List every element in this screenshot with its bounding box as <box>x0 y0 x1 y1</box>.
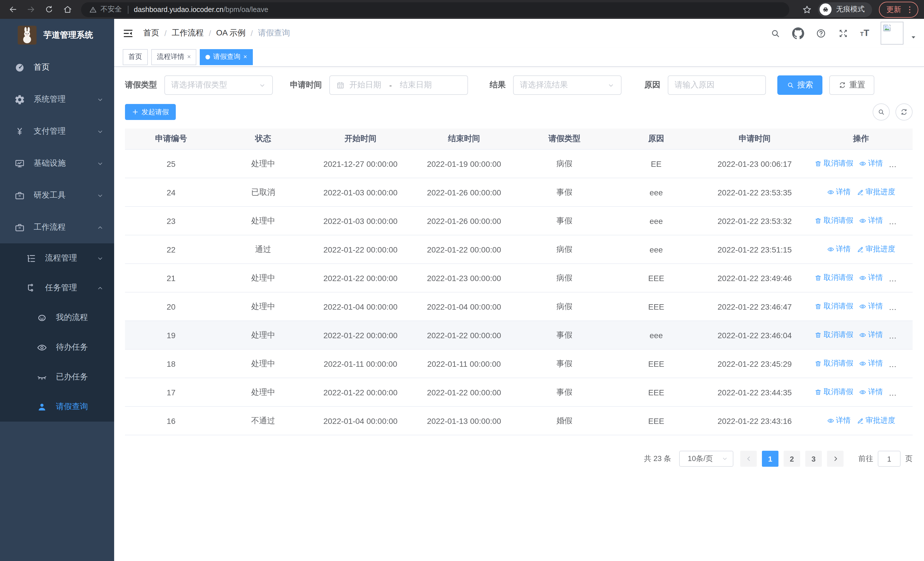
logo-avatar <box>18 26 36 45</box>
eye-icon <box>859 360 866 367</box>
address-bar[interactable]: 不安全 dashboard.yudao.iocoder.cn/bpm/oa/le… <box>81 2 789 17</box>
table-header-row: 申请编号 状态 开始时间 结束时间 请假类型 原因 申请时间 操作 <box>125 129 913 149</box>
browser-home-button[interactable] <box>60 2 75 17</box>
sidebar-item-payment[interactable]: 支付管理 <box>0 116 114 147</box>
face-icon <box>36 312 47 323</box>
help-icon[interactable] <box>816 28 826 39</box>
cell-leave-type: 婚假 <box>516 406 613 435</box>
cell-apply-time: 2022-01-22 23:46:47 <box>700 292 810 321</box>
cell-reason: EEE <box>612 406 700 435</box>
browser-reload-button[interactable] <box>42 2 57 17</box>
page-button-1[interactable]: 1 <box>762 451 778 467</box>
sidebar-item-leave-query[interactable]: 请假查询 <box>0 392 114 422</box>
table-search-toggle-button[interactable] <box>873 104 890 120</box>
page-size-select[interactable]: 10条/页 <box>679 451 734 467</box>
reset-button[interactable]: 重置 <box>829 75 874 95</box>
trash-icon <box>814 303 822 310</box>
cell-status: 不通过 <box>217 406 309 435</box>
avatar[interactable] <box>880 22 903 45</box>
browser-back-button[interactable] <box>5 2 20 17</box>
close-icon[interactable]: × <box>243 54 247 60</box>
reload-icon <box>45 5 54 14</box>
action-progress-link[interactable]: 审批进度 <box>856 244 895 254</box>
sidebar-item-label: 流程管理 <box>45 253 77 263</box>
action-cancel-link[interactable]: 取消请假 <box>814 387 853 397</box>
action-detail-link[interactable]: 详情 <box>859 358 883 369</box>
cell-reason: EEE <box>612 349 700 378</box>
tab-leave-query[interactable]: 请假查询 × <box>200 49 253 65</box>
close-icon[interactable]: × <box>187 54 191 60</box>
action-detail-link[interactable]: 详情 <box>859 158 883 169</box>
sidebar-item-todo-tasks[interactable]: 待办任务 <box>0 332 114 362</box>
action-detail-link[interactable]: 详情 <box>859 273 883 283</box>
breadcrumb-item[interactable]: 工作流程 <box>172 28 204 38</box>
page-unit-label: 页 <box>905 454 913 464</box>
action-detail-link[interactable]: 详情 <box>827 244 850 254</box>
result-select[interactable]: 请选择流结果 <box>513 75 621 95</box>
sidebar-item-done-tasks[interactable]: 已办任务 <box>0 362 114 392</box>
action-progress-link[interactable]: 审批进度 <box>856 416 895 426</box>
action-cancel-link[interactable]: 取消请假 <box>814 216 853 226</box>
search-button[interactable]: 搜索 <box>777 75 822 95</box>
bookmark-star-icon[interactable] <box>802 4 812 15</box>
font-size-icon[interactable]: TT <box>860 29 869 38</box>
sidebar-item-infrastructure[interactable]: 基础设施 <box>0 147 114 179</box>
page-button-2[interactable]: 2 <box>784 451 800 467</box>
leave-type-select[interactable]: 请选择请假类型 <box>164 75 273 95</box>
page-button-3[interactable]: 3 <box>805 451 822 467</box>
action-detail-link[interactable]: 详情 <box>859 387 883 397</box>
action-cancel-link[interactable]: 取消请假 <box>814 301 853 311</box>
next-page-button[interactable] <box>827 451 843 467</box>
sidebar-collapse-icon[interactable] <box>123 28 134 39</box>
browser-forward-button[interactable] <box>23 2 38 17</box>
sidebar-item-devtools[interactable]: 研发工具 <box>0 179 114 211</box>
sidebar-item-system[interactable]: 系统管理 <box>0 83 114 116</box>
table-row: 21处理中2022-01-22 00:00:002022-01-23 00:00… <box>125 264 913 292</box>
action-detail-link[interactable]: 详情 <box>859 301 883 311</box>
github-icon[interactable] <box>792 27 804 39</box>
caret-down-icon[interactable] <box>910 34 916 40</box>
action-cancel-link[interactable]: 取消请假 <box>814 158 853 169</box>
action-detail-link[interactable]: 详情 <box>859 330 883 340</box>
search-icon[interactable] <box>770 28 781 39</box>
action-detail-link[interactable]: 详情 <box>827 187 850 197</box>
sidebar-item-home[interactable]: 首页 <box>0 51 114 83</box>
sidebar-item-workflow[interactable]: 工作流程 <box>0 211 114 244</box>
incognito-icon <box>821 5 830 14</box>
action-cancel-link[interactable]: 取消请假 <box>814 273 853 283</box>
table-refresh-button[interactable] <box>896 104 913 120</box>
cell-apply-time: 2022-01-23 00:06:17 <box>700 149 810 178</box>
breadcrumb-item[interactable]: 首页 <box>143 28 159 38</box>
broken-image-icon <box>882 23 891 33</box>
action-cancel-link[interactable]: 取消请假 <box>814 330 853 340</box>
action-progress-link[interactable]: 审批进度 <box>856 187 895 197</box>
sidebar-item-process-management[interactable]: 流程管理 <box>0 244 114 273</box>
sidebar-item-label: 工作流程 <box>34 222 66 233</box>
action-detail-link[interactable]: 详情 <box>827 416 850 426</box>
tab-home[interactable]: 首页 <box>123 49 148 65</box>
create-leave-button[interactable]: 发起请假 <box>125 104 176 120</box>
tab-process-detail[interactable]: 流程详情 × <box>151 49 196 65</box>
browser-update-button[interactable]: 更新 <box>879 2 918 17</box>
sidebar-item-my-process[interactable]: 我的流程 <box>0 303 114 332</box>
action-detail-link[interactable]: 详情 <box>859 216 883 226</box>
calendar-icon <box>336 81 345 89</box>
breadcrumb-item[interactable]: OA 示例 <box>216 28 246 38</box>
reason-input[interactable]: 请输入原因 <box>668 75 766 95</box>
browser-menu-icon[interactable] <box>905 5 914 14</box>
user-icon <box>36 401 47 412</box>
cell-end-time: 2022-01-13 00:00:00 <box>412 406 516 435</box>
reset-button-label: 重置 <box>849 80 865 90</box>
cell-start-time: 2022-01-04 00:00:00 <box>309 406 412 435</box>
pagination-total: 共 23 条 <box>644 454 671 464</box>
briefcase-icon <box>14 190 25 201</box>
cell-end-time: 2022-01-26 00:00:00 <box>412 206 516 235</box>
prev-page-button[interactable] <box>740 451 757 467</box>
fullscreen-icon[interactable] <box>838 28 849 39</box>
action-cancel-link[interactable]: 取消请假 <box>814 358 853 369</box>
cell-end-time: 2022-01-04 00:00:00 <box>412 292 516 321</box>
sidebar-item-task-management[interactable]: 任务管理 <box>0 273 114 303</box>
apply-time-range-picker[interactable]: 开始日期 - 结束日期 <box>329 75 468 95</box>
goto-page-input[interactable] <box>878 451 901 467</box>
cell-start-time: 2022-01-11 00:00:00 <box>309 349 412 378</box>
